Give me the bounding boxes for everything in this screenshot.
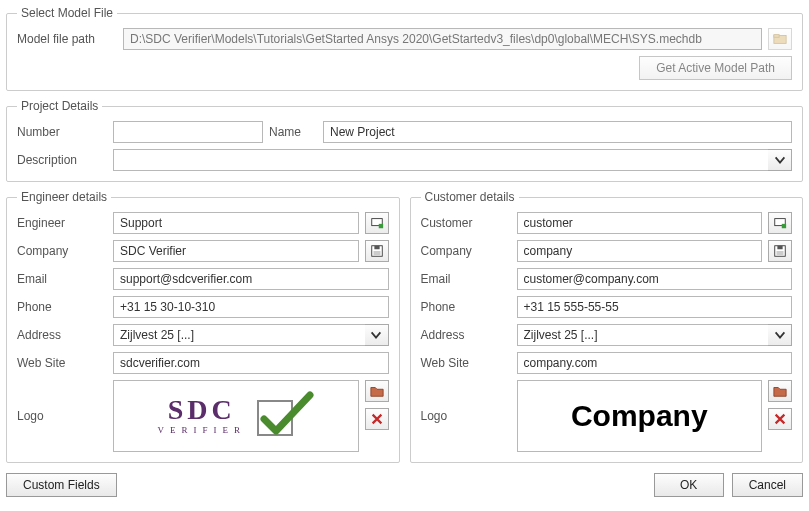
cust-company-label: Company — [421, 244, 511, 258]
cust-logo-preview: Company — [517, 380, 763, 452]
cust-email-label: Email — [421, 272, 511, 286]
engineer-name-input[interactable] — [113, 212, 359, 234]
cust-phone-input[interactable] — [517, 296, 793, 318]
chevron-down-icon — [773, 328, 787, 342]
cust-logo-label: Logo — [421, 409, 511, 423]
engineer-import-button[interactable] — [365, 212, 389, 234]
chevron-down-icon — [369, 328, 383, 342]
select-model-file-group: Select Model File Model file path D:\SDC… — [6, 6, 803, 91]
eng-address-input[interactable] — [113, 324, 365, 346]
model-path-value: D:\SDC Verifier\Models\Tutorials\GetStar… — [123, 28, 762, 50]
number-input[interactable] — [113, 121, 263, 143]
save-icon — [773, 244, 787, 258]
cust-web-input[interactable] — [517, 352, 793, 374]
cust-address-input[interactable] — [517, 324, 769, 346]
description-input[interactable] — [113, 149, 768, 171]
eng-company-label: Company — [17, 244, 107, 258]
model-path-label: Model file path — [17, 32, 117, 46]
svg-rect-12 — [777, 251, 784, 255]
eng-logo-clear-button[interactable] — [365, 408, 389, 430]
customer-import-button[interactable] — [768, 212, 792, 234]
cust-logo-text: Company — [571, 399, 708, 433]
close-icon — [773, 412, 787, 426]
number-label: Number — [17, 125, 107, 139]
cust-address-label: Address — [421, 328, 511, 342]
folder-icon — [370, 384, 384, 398]
eng-email-label: Email — [17, 272, 107, 286]
eng-web-input[interactable] — [113, 352, 389, 374]
svg-rect-9 — [782, 224, 786, 228]
cust-logo-browse-button[interactable] — [768, 380, 792, 402]
svg-rect-5 — [374, 246, 379, 250]
eng-company-input[interactable] — [113, 240, 359, 262]
cust-email-input[interactable] — [517, 268, 793, 290]
cust-web-label: Web Site — [421, 356, 511, 370]
eng-save-button[interactable] — [365, 240, 389, 262]
eng-logo-browse-button[interactable] — [365, 380, 389, 402]
svg-rect-6 — [373, 251, 380, 255]
get-active-model-path-button[interactable]: Get Active Model Path — [639, 56, 792, 80]
chevron-down-icon — [773, 153, 787, 167]
eng-address-dropdown-button[interactable] — [365, 324, 389, 346]
cust-logo-clear-button[interactable] — [768, 408, 792, 430]
eng-phone-input[interactable] — [113, 296, 389, 318]
cust-phone-label: Phone — [421, 300, 511, 314]
select-model-legend: Select Model File — [17, 6, 117, 20]
cust-address-dropdown-button[interactable] — [768, 324, 792, 346]
project-details-group: Project Details Number Name Description — [6, 99, 803, 182]
description-label: Description — [17, 153, 107, 167]
custom-fields-button[interactable]: Custom Fields — [6, 473, 117, 497]
close-icon — [370, 412, 384, 426]
folder-icon — [773, 384, 787, 398]
name-label: Name — [269, 125, 317, 139]
screen-icon — [773, 216, 787, 230]
eng-logo-preview: SDC VERIFIER — [113, 380, 359, 452]
eng-logo-label: Logo — [17, 409, 107, 423]
save-icon — [370, 244, 384, 258]
browse-model-button[interactable] — [768, 28, 792, 50]
engineer-legend: Engineer details — [17, 190, 111, 204]
eng-address-label: Address — [17, 328, 107, 342]
project-legend: Project Details — [17, 99, 102, 113]
svg-rect-1 — [774, 35, 779, 38]
folder-icon — [773, 32, 787, 46]
svg-rect-3 — [378, 224, 382, 228]
engineer-name-label: Engineer — [17, 216, 107, 230]
screen-icon — [370, 216, 384, 230]
cancel-button[interactable]: Cancel — [732, 473, 803, 497]
ok-button[interactable]: OK — [654, 473, 724, 497]
checkmark-icon — [254, 391, 314, 441]
description-dropdown-button[interactable] — [768, 149, 792, 171]
customer-name-label: Customer — [421, 216, 511, 230]
customer-details-group: Customer details Customer Company Email … — [410, 190, 804, 463]
cust-company-input[interactable] — [517, 240, 763, 262]
svg-rect-11 — [777, 246, 782, 250]
cust-save-button[interactable] — [768, 240, 792, 262]
name-input[interactable] — [323, 121, 792, 143]
customer-name-input[interactable] — [517, 212, 763, 234]
eng-web-label: Web Site — [17, 356, 107, 370]
engineer-details-group: Engineer details Engineer Company Email … — [6, 190, 400, 463]
customer-legend: Customer details — [421, 190, 519, 204]
eng-phone-label: Phone — [17, 300, 107, 314]
eng-email-input[interactable] — [113, 268, 389, 290]
